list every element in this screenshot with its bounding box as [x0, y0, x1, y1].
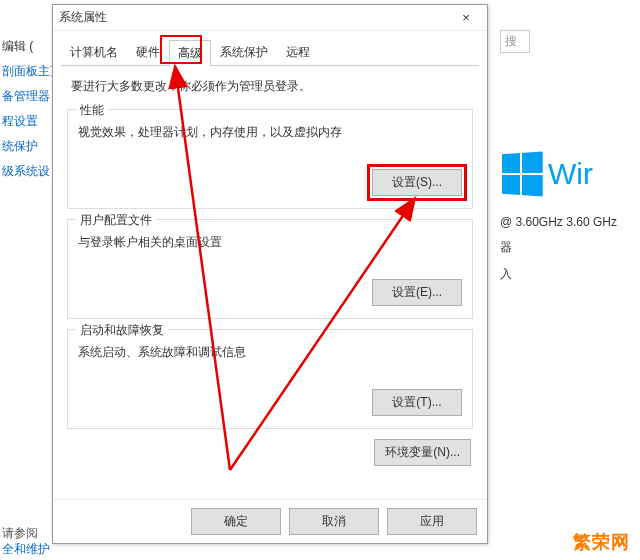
dialog-title: 系统属性	[59, 9, 451, 26]
group-desc: 视觉效果，处理器计划，内存使用，以及虚拟内存	[78, 124, 462, 141]
windows-logo: Wir	[500, 153, 640, 195]
dialog-tabs: 计算机名 硬件 高级 系统保护 远程	[61, 39, 479, 66]
bg-link[interactable]: 全和维护	[2, 541, 50, 558]
tab-system-protection[interactable]: 系统保护	[211, 39, 277, 65]
see-also-label: 请参阅	[2, 525, 38, 542]
startup-recovery-settings-button[interactable]: 设置(T)...	[372, 389, 462, 416]
bg-link[interactable]: 剖面板主页	[2, 63, 48, 80]
cancel-button[interactable]: 取消	[289, 508, 379, 535]
dialog-panel: 要进行大多数更改，你必须作为管理员登录。 性能 视觉效果，处理器计划，内存使用，…	[53, 66, 487, 484]
dialog-titlebar: 系统属性 ×	[53, 5, 487, 31]
tab-hardware[interactable]: 硬件	[127, 39, 169, 65]
ok-button[interactable]: 确定	[191, 508, 281, 535]
tab-advanced[interactable]: 高级	[169, 40, 211, 66]
bg-link[interactable]: 统保护	[2, 138, 48, 155]
apply-button[interactable]: 应用	[387, 508, 477, 535]
user-profiles-settings-button[interactable]: 设置(E)...	[372, 279, 462, 306]
tab-remote[interactable]: 远程	[277, 39, 319, 65]
group-desc: 与登录帐户相关的桌面设置	[78, 234, 462, 251]
environment-variables-button[interactable]: 环境变量(N)...	[374, 439, 471, 466]
admin-note: 要进行大多数更改，你必须作为管理员登录。	[71, 78, 469, 95]
group-legend: 用户配置文件	[76, 212, 156, 229]
bg-link[interactable]: 级系统设	[2, 163, 48, 180]
bg-text: 入	[500, 266, 640, 283]
background-right-fragments: 搜 Wir @ 3.60GHz 3.60 GHz 器 入	[500, 30, 640, 293]
performance-settings-button[interactable]: 设置(S)...	[372, 169, 462, 196]
tab-computer-name[interactable]: 计算机名	[61, 39, 127, 65]
close-button[interactable]: ×	[451, 10, 481, 25]
group-performance: 性能 视觉效果，处理器计划，内存使用，以及虚拟内存 设置(S)...	[67, 109, 473, 209]
bg-text: 器	[500, 239, 640, 256]
group-startup-recovery: 启动和故障恢复 系统启动、系统故障和调试信息 设置(T)...	[67, 329, 473, 429]
watermark: 繁荣网	[573, 530, 630, 554]
dialog-footer: 确定 取消 应用	[53, 499, 487, 543]
background-left-fragments: 编辑 ( 剖面板主页 备管理器 程设置 统保护 级系统设	[0, 30, 50, 188]
group-legend: 启动和故障恢复	[76, 322, 168, 339]
bg-link[interactable]: 备管理器	[2, 88, 48, 105]
bg-link[interactable]: 程设置	[2, 113, 48, 130]
search-input[interactable]: 搜	[500, 30, 530, 53]
group-desc: 系统启动、系统故障和调试信息	[78, 344, 462, 361]
group-legend: 性能	[76, 102, 108, 119]
system-properties-dialog: 系统属性 × 计算机名 硬件 高级 系统保护 远程 要进行大多数更改，你必须作为…	[52, 4, 488, 544]
cpu-ghz-text: @ 3.60GHz 3.60 GHz	[500, 215, 640, 229]
windows-icon	[502, 151, 543, 196]
group-user-profiles: 用户配置文件 与登录帐户相关的桌面设置 设置(E)...	[67, 219, 473, 319]
